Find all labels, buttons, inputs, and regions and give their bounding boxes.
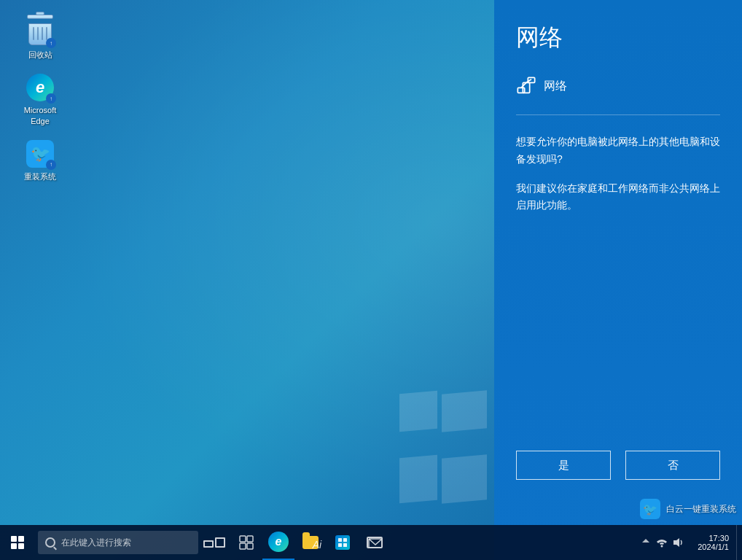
svg-rect-9 (338, 538, 342, 542)
panel-section-title: 网络 (544, 79, 567, 94)
svg-marker-14 (642, 539, 649, 542)
taskbar: 在此键入进行搜索 e (0, 525, 742, 560)
svg-rect-10 (343, 538, 347, 542)
svg-rect-6 (247, 536, 253, 542)
svg-marker-16 (673, 538, 679, 547)
watermark-twitter-icon: 🐦 (640, 499, 660, 519)
widgets-button[interactable] (230, 525, 262, 560)
desktop-decoration (399, 392, 487, 502)
taskbar-edge-icon: e (268, 532, 289, 552)
task-view-icon (203, 537, 225, 548)
clock-date: 2024/1/1 (698, 542, 729, 551)
yes-button[interactable]: 是 (516, 451, 611, 480)
edge-badge (46, 93, 56, 104)
desktop-icons-area: 回收站 e MicrosoftEdge 🐦 重装系统 (15, 15, 66, 184)
reinstall-image: 🐦 (26, 139, 55, 168)
svg-line-2 (521, 82, 526, 88)
mail-icon (367, 537, 383, 548)
system-tray (633, 525, 690, 560)
taskbar-mail-button[interactable] (359, 525, 391, 560)
ai-badge[interactable]: Ai (301, 529, 333, 560)
panel-desc-1: 想要允许你的电脑被此网络上的其他电脑和设备发现吗? (516, 133, 720, 168)
svg-rect-0 (518, 88, 524, 93)
edge-image: e (26, 73, 55, 102)
taskbar-clock[interactable]: 17:30 2024/1/1 (690, 525, 736, 560)
start-button[interactable] (0, 525, 35, 560)
recycle-bin-label: 回收站 (28, 50, 52, 60)
network-icon (516, 76, 536, 96)
search-bar[interactable]: 在此键入进行搜索 (38, 531, 198, 554)
tray-network-icon[interactable] (655, 536, 668, 549)
reinstall-icon[interactable]: 🐦 重装系统 (15, 136, 66, 184)
panel-section-header: 网络 (516, 76, 720, 96)
reinstall-label: 重装系统 (24, 171, 56, 182)
svg-rect-8 (247, 543, 253, 549)
tray-volume-icon[interactable] (671, 536, 684, 549)
svg-rect-12 (343, 543, 347, 547)
start-icon (11, 536, 24, 549)
panel-title: 网络 (516, 22, 720, 54)
widgets-icon (239, 535, 254, 550)
tray-expand-icon[interactable] (639, 536, 652, 549)
panel-divider (516, 114, 720, 115)
show-desktop-button[interactable] (736, 525, 742, 560)
panel-buttons: 是 否 (516, 451, 720, 480)
svg-rect-5 (240, 536, 246, 542)
search-placeholder: 在此键入进行搜索 (61, 537, 131, 549)
svg-rect-7 (240, 543, 246, 549)
watermark-text: 白云一键重装系统 (666, 503, 736, 516)
taskbar-edge-button[interactable]: e (262, 525, 294, 560)
ai-label: Ai (313, 539, 321, 551)
svg-rect-11 (338, 543, 342, 547)
task-view-button[interactable] (198, 525, 230, 560)
recycle-badge (46, 38, 56, 48)
search-icon (45, 537, 55, 548)
edge-icon[interactable]: e MicrosoftEdge (15, 70, 66, 129)
recycle-bin-image (26, 18, 55, 47)
clock-time: 17:30 (708, 534, 729, 542)
desktop: 回收站 e MicrosoftEdge 🐦 重装系统 网络 (0, 0, 742, 560)
edge-label: MicrosoftEdge (24, 105, 57, 126)
no-button[interactable]: 否 (625, 451, 720, 480)
svg-point-15 (661, 545, 663, 548)
store-icon (335, 535, 350, 550)
reinstall-badge (46, 160, 56, 170)
panel-desc-2: 我们建议你在家庭和工作网络而非公共网络上启用此功能。 (516, 180, 720, 215)
recycle-bin-icon[interactable]: 回收站 (15, 15, 66, 63)
network-panel: 网络 网络 想要允许你的电脑被此网络上的其他电脑和设备发现吗? 我们建议你在家庭… (494, 0, 742, 560)
watermark: 🐦 白云一键重装系统 (640, 499, 736, 519)
